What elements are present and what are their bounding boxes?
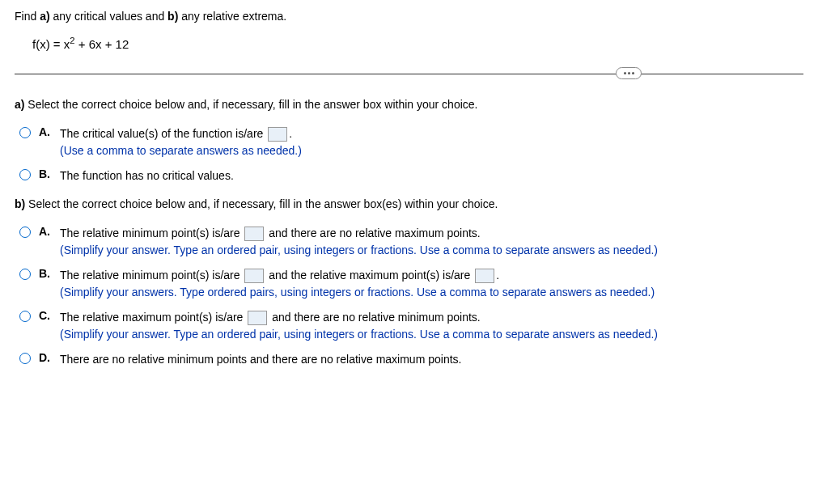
more-options-button[interactable] bbox=[616, 67, 642, 79]
intro-a-label: a) bbox=[40, 10, 49, 23]
radio-b-B[interactable] bbox=[19, 269, 31, 280]
choice-a-B: B. The function has no critical values. bbox=[19, 167, 803, 184]
choice-text: The relative maximum point(s) is/are bbox=[60, 311, 246, 324]
choice-body: The function has no critical values. bbox=[60, 167, 803, 184]
choice-hint: (Simplify your answers. Type ordered pai… bbox=[60, 286, 655, 299]
part-b-bold: b) bbox=[15, 197, 25, 210]
formula-lhs: f(x) = x bbox=[32, 37, 70, 51]
choice-b-C: C. The relative maximum point(s) is/are … bbox=[19, 309, 803, 343]
answer-input[interactable] bbox=[268, 127, 287, 142]
answer-input[interactable] bbox=[475, 269, 494, 283]
choice-text: There are no relative minimum points and… bbox=[60, 353, 461, 366]
divider-line bbox=[15, 74, 803, 74]
part-b-rest: Select the correct choice below and, if … bbox=[25, 197, 498, 210]
radio-b-C[interactable] bbox=[19, 311, 31, 322]
choice-text: and there are no relative maximum points… bbox=[265, 227, 480, 239]
choice-text: The function has no critical values. bbox=[60, 169, 234, 182]
part-b-prompt: b) Select the correct choice below and, … bbox=[15, 197, 803, 210]
choice-letter: B. bbox=[39, 167, 52, 180]
radio-a-B[interactable] bbox=[19, 169, 31, 180]
radio-b-D[interactable] bbox=[19, 353, 31, 364]
formula-rest: + 6x + 12 bbox=[75, 37, 129, 51]
dot-icon bbox=[632, 72, 634, 74]
choice-body: There are no relative minimum points and… bbox=[60, 351, 803, 368]
part-a-prompt: a) Select the correct choice below and, … bbox=[15, 98, 803, 111]
choice-b-A: A. The relative minimum point(s) is/are … bbox=[19, 225, 803, 259]
divider-row bbox=[15, 66, 803, 82]
dot-icon bbox=[624, 72, 626, 74]
choice-body: The critical value(s) of the function is… bbox=[60, 125, 803, 159]
choice-letter: A. bbox=[39, 225, 52, 238]
choice-letter: C. bbox=[39, 309, 52, 322]
choice-a-A: A. The critical value(s) of the function… bbox=[19, 125, 803, 159]
question-intro: Find a) any critical values and b) any r… bbox=[15, 10, 803, 23]
choice-text: The relative minimum point(s) is/are bbox=[60, 227, 243, 239]
choice-letter: D. bbox=[39, 351, 52, 364]
choice-text: The relative minimum point(s) is/are bbox=[60, 269, 243, 282]
choice-body: The relative minimum point(s) is/are and… bbox=[60, 225, 803, 259]
answer-input[interactable] bbox=[244, 269, 264, 283]
intro-prefix: Find bbox=[15, 10, 40, 23]
choice-letter: A. bbox=[39, 125, 52, 138]
answer-input[interactable] bbox=[248, 311, 267, 325]
formula: f(x) = x2 + 6x + 12 bbox=[32, 36, 803, 51]
choice-text: and there are no relative minimum points… bbox=[269, 311, 480, 324]
dot-icon bbox=[628, 72, 630, 74]
choice-body: The relative minimum point(s) is/are and… bbox=[60, 267, 803, 301]
intro-a-text: any critical values and bbox=[50, 10, 168, 23]
choice-hint: (Use a comma to separate answers as need… bbox=[60, 144, 302, 157]
choice-text: . bbox=[496, 269, 499, 282]
choice-text: and the relative maximum point(s) is/are bbox=[265, 269, 473, 282]
choice-b-D: D. There are no relative minimum points … bbox=[19, 351, 803, 368]
choice-letter: B. bbox=[39, 267, 52, 280]
part-a-bold: a) bbox=[15, 98, 24, 111]
radio-b-A[interactable] bbox=[19, 227, 31, 238]
choice-text: The critical value(s) of the function is… bbox=[60, 127, 266, 140]
intro-b-text: any relative extrema. bbox=[178, 10, 286, 23]
choice-hint: (Simplify your answer. Type an ordered p… bbox=[60, 244, 658, 256]
part-a-rest: Select the correct choice below and, if … bbox=[24, 98, 477, 111]
intro-b-label: b) bbox=[167, 10, 178, 23]
radio-a-A[interactable] bbox=[19, 127, 31, 138]
choice-b-B: B. The relative minimum point(s) is/are … bbox=[19, 267, 803, 301]
answer-input[interactable] bbox=[244, 227, 264, 241]
choice-body: The relative maximum point(s) is/are and… bbox=[60, 309, 803, 343]
choice-hint: (Simplify your answer. Type an ordered p… bbox=[60, 328, 658, 341]
choice-text: . bbox=[289, 127, 292, 140]
